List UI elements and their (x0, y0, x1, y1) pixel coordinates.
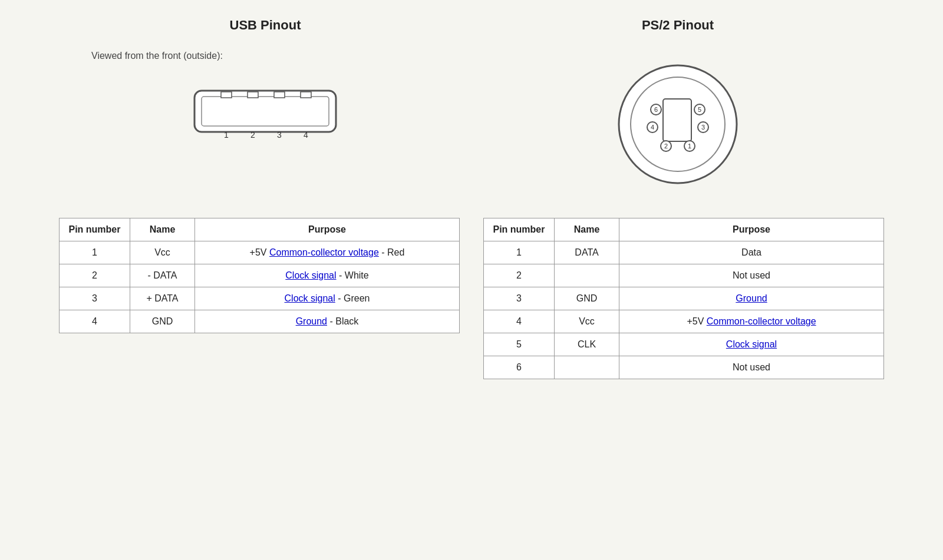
usb-link-2[interactable]: Clock signal (285, 270, 336, 280)
usb-link-4[interactable]: Ground (296, 316, 327, 326)
viewed-text: Viewed from the front (outside): (91, 51, 223, 61)
svg-rect-4 (274, 92, 285, 98)
usb-header-pin: Pin number (60, 218, 130, 241)
usb-table: Pin number Name Purpose 1 Vcc +5V Common… (59, 218, 460, 333)
usb-row-1: 1 Vcc +5V Common-collector voltage - Red (60, 241, 460, 264)
usb-table-header-row: Pin number Name Purpose (60, 218, 460, 241)
usb-pin-1: 1 (60, 241, 130, 264)
ps2-table: Pin number Name Purpose 1 DATA Data 2 (483, 218, 884, 379)
svg-text:4: 4 (304, 130, 308, 140)
ps2-link-3[interactable]: Ground (736, 293, 767, 303)
usb-header-name: Name (130, 218, 195, 241)
ps2-title: PS/2 Pinout (642, 18, 714, 33)
bottom-section: Pin number Name Purpose 1 Vcc +5V Common… (59, 218, 884, 379)
ps2-purpose-5: Clock signal (619, 333, 884, 356)
ps2-row-6: 6 Not used (484, 356, 884, 379)
svg-text:6: 6 (654, 106, 658, 113)
top-section: USB Pinout Viewed from the front (outsid… (59, 18, 884, 194)
svg-text:1: 1 (224, 130, 229, 140)
ps2-pin-2: 2 (484, 264, 555, 287)
usb-link-3[interactable]: Clock signal (285, 293, 335, 303)
svg-rect-5 (301, 92, 311, 98)
ps2-row-2: 2 Not used (484, 264, 884, 287)
ps2-link-5[interactable]: Clock signal (726, 339, 777, 349)
usb-header-purpose: Purpose (195, 218, 460, 241)
usb-purpose-3: Clock signal - Green (195, 287, 460, 310)
usb-title: USB Pinout (230, 18, 301, 33)
usb-name-1: Vcc (130, 241, 195, 264)
svg-rect-1 (202, 97, 329, 126)
ps2-name-5: CLK (555, 333, 619, 356)
ps2-header-name: Name (555, 218, 619, 241)
ps2-table-header-row: Pin number Name Purpose (484, 218, 884, 241)
usb-name-4: GND (130, 310, 195, 333)
usb-pin-2: 2 (60, 264, 130, 287)
ps2-name-2 (555, 264, 619, 287)
ps2-row-3: 3 GND Ground (484, 287, 884, 310)
ps2-link-4[interactable]: Common-collector voltage (707, 316, 816, 326)
usb-connector-diagram: 1 2 3 4 (189, 79, 342, 146)
usb-connector-svg: 1 2 3 4 (189, 79, 342, 144)
ps2-purpose-3: Ground (619, 287, 884, 310)
ps2-header-pin: Pin number (484, 218, 555, 241)
ps2-row-5: 5 CLK Clock signal (484, 333, 884, 356)
svg-text:4: 4 (651, 124, 654, 131)
usb-pin-4: 4 (60, 310, 130, 333)
ps2-name-3: GND (555, 287, 619, 310)
usb-table-container: Pin number Name Purpose 1 Vcc +5V Common… (59, 218, 460, 333)
ps2-row-4: 4 Vcc +5V Common-collector voltage (484, 310, 884, 333)
svg-text:2: 2 (664, 143, 668, 150)
ps2-pin-4: 4 (484, 310, 555, 333)
page-container: USB Pinout Viewed from the front (outsid… (59, 18, 884, 379)
ps2-purpose-6: Not used (619, 356, 884, 379)
ps2-name-6 (555, 356, 619, 379)
ps2-pin-1: 1 (484, 241, 555, 264)
svg-text:5: 5 (698, 106, 701, 113)
ps2-pin-3: 3 (484, 287, 555, 310)
ps2-connector-diagram: 6 5 4 3 2 (610, 57, 746, 194)
usb-row-2: 2 - DATA Clock signal - White (60, 264, 460, 287)
ps2-purpose-2: Not used (619, 264, 884, 287)
svg-text:2: 2 (250, 130, 255, 140)
ps2-purpose-1: Data (619, 241, 884, 264)
ps2-name-1: DATA (555, 241, 619, 264)
usb-pin-3: 3 (60, 287, 130, 310)
ps2-connector-svg: 6 5 4 3 2 (610, 57, 746, 192)
ps2-pin-5: 5 (484, 333, 555, 356)
svg-text:3: 3 (701, 124, 705, 131)
ps2-top-section: PS/2 Pinout 6 (492, 18, 863, 194)
svg-rect-12 (663, 99, 691, 141)
svg-text:3: 3 (277, 130, 282, 140)
usb-row-3: 3 + DATA Clock signal - Green (60, 287, 460, 310)
usb-row-4: 4 GND Ground - Black (60, 310, 460, 333)
usb-purpose-4: Ground - Black (195, 310, 460, 333)
svg-rect-2 (221, 92, 232, 98)
usb-name-2: - DATA (130, 264, 195, 287)
ps2-table-container: Pin number Name Purpose 1 DATA Data 2 (483, 218, 884, 379)
ps2-pin-6: 6 (484, 356, 555, 379)
usb-top-section: USB Pinout Viewed from the front (outsid… (80, 18, 451, 146)
usb-purpose-1: +5V Common-collector voltage - Red (195, 241, 460, 264)
svg-rect-3 (248, 92, 258, 98)
svg-text:1: 1 (688, 143, 691, 150)
ps2-purpose-4: +5V Common-collector voltage (619, 310, 884, 333)
ps2-name-4: Vcc (555, 310, 619, 333)
usb-purpose-2: Clock signal - White (195, 264, 460, 287)
ps2-row-1: 1 DATA Data (484, 241, 884, 264)
usb-link-1[interactable]: Common-collector voltage (269, 247, 379, 257)
usb-name-3: + DATA (130, 287, 195, 310)
ps2-header-purpose: Purpose (619, 218, 884, 241)
